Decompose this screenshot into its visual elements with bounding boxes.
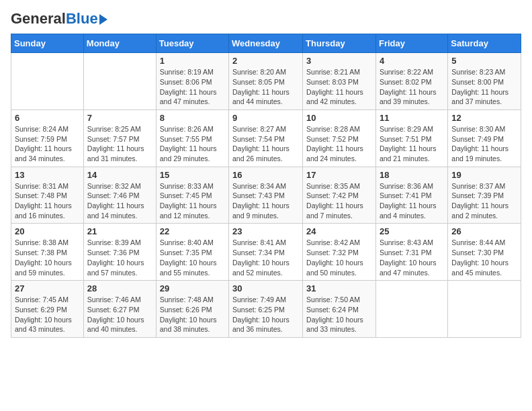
day-number: 15 xyxy=(160,170,225,180)
day-number: 20 xyxy=(15,226,80,236)
calendar-week-row: 20Sunrise: 8:38 AMSunset: 7:38 PMDayligh… xyxy=(11,224,521,281)
calendar-cell xyxy=(11,53,84,110)
day-number: 26 xyxy=(451,226,517,236)
day-number: 21 xyxy=(87,226,152,236)
day-number: 2 xyxy=(232,56,299,66)
day-of-week-header: Wednesday xyxy=(229,34,303,53)
day-info: Sunrise: 8:24 AMSunset: 7:59 PMDaylight:… xyxy=(15,124,80,164)
day-number: 5 xyxy=(451,56,517,66)
day-number: 9 xyxy=(232,113,299,123)
day-number: 28 xyxy=(87,283,152,293)
day-info: Sunrise: 8:20 AMSunset: 8:05 PMDaylight:… xyxy=(232,67,299,107)
day-number: 4 xyxy=(380,56,444,66)
calendar-cell: 14Sunrise: 8:32 AMSunset: 7:46 PMDayligh… xyxy=(83,167,156,224)
logo: GeneralBlue xyxy=(11,11,107,27)
day-info: Sunrise: 7:49 AMSunset: 6:25 PMDaylight:… xyxy=(232,295,299,334)
day-number: 1 xyxy=(160,56,225,66)
calendar-cell: 16Sunrise: 8:34 AMSunset: 7:43 PMDayligh… xyxy=(229,167,303,224)
day-number: 27 xyxy=(15,283,80,293)
calendar-cell: 18Sunrise: 8:36 AMSunset: 7:41 PMDayligh… xyxy=(375,167,447,224)
calendar-cell: 17Sunrise: 8:35 AMSunset: 7:42 PMDayligh… xyxy=(303,167,376,224)
calendar-cell: 20Sunrise: 8:38 AMSunset: 7:38 PMDayligh… xyxy=(11,224,84,281)
calendar-cell: 1Sunrise: 8:19 AMSunset: 8:06 PMDaylight… xyxy=(156,53,228,110)
calendar-cell xyxy=(83,53,156,110)
day-info: Sunrise: 8:25 AMSunset: 7:57 PMDaylight:… xyxy=(87,124,152,164)
calendar-cell: 21Sunrise: 8:39 AMSunset: 7:36 PMDayligh… xyxy=(83,224,156,281)
day-of-week-header: Tuesday xyxy=(156,34,228,53)
day-info: Sunrise: 8:37 AMSunset: 7:39 PMDaylight:… xyxy=(451,181,517,221)
logo-icon xyxy=(99,14,107,25)
calendar-week-row: 6Sunrise: 8:24 AMSunset: 7:59 PMDaylight… xyxy=(11,109,521,167)
calendar-cell: 7Sunrise: 8:25 AMSunset: 7:57 PMDaylight… xyxy=(83,109,156,167)
day-info: Sunrise: 8:35 AMSunset: 7:42 PMDaylight:… xyxy=(306,181,372,221)
calendar-cell: 26Sunrise: 8:44 AMSunset: 7:30 PMDayligh… xyxy=(448,224,521,281)
calendar-cell: 5Sunrise: 8:23 AMSunset: 8:00 PMDaylight… xyxy=(448,53,521,110)
logo-text: GeneralBlue xyxy=(11,11,98,27)
day-info: Sunrise: 8:39 AMSunset: 7:36 PMDaylight:… xyxy=(87,238,152,277)
calendar-cell: 25Sunrise: 8:43 AMSunset: 7:31 PMDayligh… xyxy=(375,224,447,281)
day-info: Sunrise: 8:27 AMSunset: 7:54 PMDaylight:… xyxy=(232,124,299,164)
day-info: Sunrise: 8:30 AMSunset: 7:49 PMDaylight:… xyxy=(451,124,517,164)
day-info: Sunrise: 8:31 AMSunset: 7:48 PMDaylight:… xyxy=(15,181,80,221)
day-of-week-header: Thursday xyxy=(303,34,376,53)
calendar-cell: 23Sunrise: 8:41 AMSunset: 7:34 PMDayligh… xyxy=(229,224,303,281)
day-info: Sunrise: 8:40 AMSunset: 7:35 PMDaylight:… xyxy=(160,238,225,277)
calendar-header: SundayMondayTuesdayWednesdayThursdayFrid… xyxy=(11,34,521,53)
day-info: Sunrise: 8:41 AMSunset: 7:34 PMDaylight:… xyxy=(232,238,299,277)
day-number: 17 xyxy=(306,170,372,180)
day-info: Sunrise: 8:43 AMSunset: 7:31 PMDaylight:… xyxy=(380,238,444,277)
calendar-cell: 27Sunrise: 7:45 AMSunset: 6:29 PMDayligh… xyxy=(11,281,84,338)
day-number: 23 xyxy=(232,226,299,236)
calendar-cell: 9Sunrise: 8:27 AMSunset: 7:54 PMDaylight… xyxy=(229,109,303,167)
days-of-week-row: SundayMondayTuesdayWednesdayThursdayFrid… xyxy=(11,34,521,53)
day-number: 11 xyxy=(380,113,444,123)
day-number: 19 xyxy=(451,170,517,180)
day-info: Sunrise: 8:44 AMSunset: 7:30 PMDaylight:… xyxy=(451,238,517,277)
calendar-cell: 2Sunrise: 8:20 AMSunset: 8:05 PMDaylight… xyxy=(229,53,303,110)
calendar-cell: 3Sunrise: 8:21 AMSunset: 8:03 PMDaylight… xyxy=(303,53,376,110)
day-of-week-header: Friday xyxy=(375,34,447,53)
day-info: Sunrise: 8:21 AMSunset: 8:03 PMDaylight:… xyxy=(306,67,372,107)
calendar-body: 1Sunrise: 8:19 AMSunset: 8:06 PMDaylight… xyxy=(11,53,521,338)
calendar-table: SundayMondayTuesdayWednesdayThursdayFrid… xyxy=(11,34,521,338)
day-number: 3 xyxy=(306,56,372,66)
day-info: Sunrise: 8:42 AMSunset: 7:32 PMDaylight:… xyxy=(306,238,372,277)
day-of-week-header: Monday xyxy=(83,34,156,53)
day-number: 12 xyxy=(451,113,517,123)
day-info: Sunrise: 8:26 AMSunset: 7:55 PMDaylight:… xyxy=(160,124,225,164)
day-info: Sunrise: 8:23 AMSunset: 8:00 PMDaylight:… xyxy=(451,67,517,107)
calendar-week-row: 27Sunrise: 7:45 AMSunset: 6:29 PMDayligh… xyxy=(11,281,521,338)
day-of-week-header: Saturday xyxy=(448,34,521,53)
day-of-week-header: Sunday xyxy=(11,34,84,53)
day-info: Sunrise: 7:50 AMSunset: 6:24 PMDaylight:… xyxy=(306,295,372,334)
day-number: 14 xyxy=(87,170,152,180)
day-info: Sunrise: 8:36 AMSunset: 7:41 PMDaylight:… xyxy=(380,181,444,221)
day-number: 31 xyxy=(306,283,372,293)
day-info: Sunrise: 8:34 AMSunset: 7:43 PMDaylight:… xyxy=(232,181,299,221)
day-info: Sunrise: 8:19 AMSunset: 8:06 PMDaylight:… xyxy=(160,67,225,107)
day-info: Sunrise: 7:46 AMSunset: 6:27 PMDaylight:… xyxy=(87,295,152,334)
day-info: Sunrise: 8:33 AMSunset: 7:45 PMDaylight:… xyxy=(160,181,225,221)
day-info: Sunrise: 8:32 AMSunset: 7:46 PMDaylight:… xyxy=(87,181,152,221)
calendar-cell: 29Sunrise: 7:48 AMSunset: 6:26 PMDayligh… xyxy=(156,281,228,338)
calendar-cell: 4Sunrise: 8:22 AMSunset: 8:02 PMDaylight… xyxy=(375,53,447,110)
day-info: Sunrise: 7:48 AMSunset: 6:26 PMDaylight:… xyxy=(160,295,225,334)
day-info: Sunrise: 8:22 AMSunset: 8:02 PMDaylight:… xyxy=(380,67,444,107)
calendar-cell: 12Sunrise: 8:30 AMSunset: 7:49 PMDayligh… xyxy=(448,109,521,167)
calendar-cell: 28Sunrise: 7:46 AMSunset: 6:27 PMDayligh… xyxy=(83,281,156,338)
day-number: 18 xyxy=(380,170,444,180)
day-number: 16 xyxy=(232,170,299,180)
calendar-cell: 19Sunrise: 8:37 AMSunset: 7:39 PMDayligh… xyxy=(448,167,521,224)
day-number: 6 xyxy=(15,113,80,123)
day-info: Sunrise: 8:29 AMSunset: 7:51 PMDaylight:… xyxy=(380,124,444,164)
day-info: Sunrise: 8:28 AMSunset: 7:52 PMDaylight:… xyxy=(306,124,372,164)
day-number: 7 xyxy=(87,113,152,123)
calendar-cell: 30Sunrise: 7:49 AMSunset: 6:25 PMDayligh… xyxy=(229,281,303,338)
day-info: Sunrise: 7:45 AMSunset: 6:29 PMDaylight:… xyxy=(15,295,80,334)
calendar-week-row: 1Sunrise: 8:19 AMSunset: 8:06 PMDaylight… xyxy=(11,53,521,110)
day-number: 25 xyxy=(380,226,444,236)
calendar-cell: 11Sunrise: 8:29 AMSunset: 7:51 PMDayligh… xyxy=(375,109,447,167)
day-number: 22 xyxy=(160,226,225,236)
calendar-cell: 15Sunrise: 8:33 AMSunset: 7:45 PMDayligh… xyxy=(156,167,228,224)
page-header: GeneralBlue xyxy=(11,11,521,27)
